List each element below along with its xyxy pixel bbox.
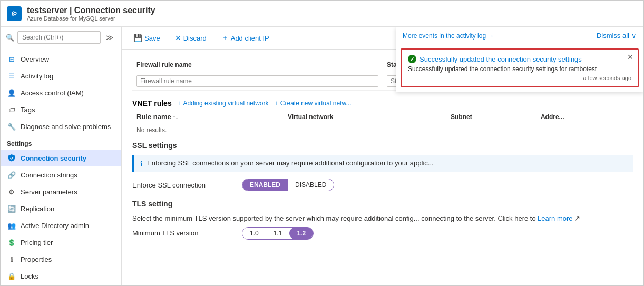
sidebar-item-label: Overview	[21, 55, 49, 63]
sidebar-item-label: Pricing tier	[21, 239, 53, 246]
sliders-icon: ⚙	[7, 187, 16, 196]
sidebar-item-replication[interactable]: 🔄 Replication	[1, 200, 121, 217]
dismiss-all-label: Dismiss all	[597, 32, 629, 40]
external-link-icon: ↗	[574, 214, 580, 222]
sidebar-item-tags[interactable]: 🏷 Tags	[1, 101, 121, 118]
sidebar-item-diagnose[interactable]: 🔧 Diagnose and solve problems	[1, 118, 121, 135]
notification-body: ✕ Successfully updated the connection se…	[401, 48, 639, 87]
sidebar-item-locks[interactable]: 🔒 Locks	[1, 268, 121, 284]
notification-timestamp: a few seconds ago	[408, 75, 631, 81]
vnet-table: Rule name ↑↓ Virtual network Subnet Addr…	[132, 111, 633, 137]
sidebar-item-label: Properties	[21, 255, 52, 263]
ssl-disabled-option[interactable]: DISABLED	[288, 179, 334, 191]
ssl-enforce-label: Enforce SSL connection	[132, 181, 238, 189]
notification-title-row: Successfully updated the connection secu…	[408, 55, 631, 63]
notification-message: Successfully updated the connection secu…	[408, 65, 631, 73]
link-icon: 🔗	[7, 170, 16, 180]
settings-section-label: Settings	[1, 135, 121, 150]
tls-option-1-2[interactable]: 1.2	[289, 228, 313, 239]
lock-icon: 🔒	[7, 271, 16, 281]
sidebar-item-connection-security[interactable]: Connection security	[1, 150, 121, 166]
notification-panel: More events in the activity log → Dismis…	[396, 27, 643, 92]
vnet-virtual-network-header: Virtual network	[284, 111, 446, 123]
vnet-rule-name-header: Rule name ↑↓	[132, 111, 284, 123]
dismiss-all-button[interactable]: Dismiss all ∨	[597, 32, 637, 40]
sidebar-item-properties[interactable]: ℹ Properties	[1, 251, 121, 268]
notification-close-button[interactable]: ✕	[627, 53, 633, 61]
save-label: Save	[144, 34, 160, 42]
person-add-icon: 👥	[7, 221, 16, 230]
discard-button[interactable]: ✕ Discard	[172, 32, 210, 44]
firewall-rule-name-input[interactable]	[136, 75, 378, 87]
vnet-label: VNET rules	[132, 99, 172, 107]
info-icon: ℹ	[7, 254, 16, 264]
sidebar-item-export-template[interactable]: 📤 Export template	[1, 284, 121, 285]
sidebar-item-label: Access control (IAM)	[21, 89, 84, 97]
save-button[interactable]: 💾 Save	[130, 32, 163, 44]
add-icon: ＋	[221, 33, 229, 43]
search-input[interactable]	[17, 31, 101, 44]
ssl-toggle-switch[interactable]: ENABLED DISABLED	[242, 179, 334, 191]
sidebar-item-label: Activity log	[21, 72, 53, 80]
shield-icon	[7, 153, 16, 163]
discard-label: Discard	[183, 34, 207, 42]
add-existing-vnet-link[interactable]: + Adding existing virtual network	[178, 100, 269, 107]
sidebar-item-label: Active Directory admin	[21, 222, 89, 230]
add-client-ip-label: Add client IP	[231, 34, 269, 42]
tls-toggle-group: Minimum TLS version 1.0 1.1 1.2	[132, 227, 633, 240]
sidebar-item-label: Connection strings	[21, 171, 77, 179]
pricing-icon: 💲	[7, 238, 16, 247]
ssl-enforce-toggle-group: Enforce SSL connection ENABLED DISABLED	[132, 179, 633, 191]
vnet-address-header: Addre...	[536, 111, 633, 123]
discard-icon: ✕	[175, 34, 181, 42]
tls-option-1-0[interactable]: 1.0	[242, 228, 266, 239]
sidebar-item-access-control[interactable]: 👤 Access control (IAM)	[1, 84, 121, 101]
sidebar-item-connection-strings[interactable]: 🔗 Connection strings	[1, 166, 121, 183]
success-icon	[408, 55, 416, 63]
sidebar-item-label: Connection security	[21, 154, 86, 162]
sidebar-item-activity-log[interactable]: ☰ Activity log	[1, 67, 121, 84]
sidebar-item-label: Locks	[21, 272, 38, 280]
title-bar: S testserver | Connection security Azure…	[1, 1, 643, 27]
refresh-icon: 🔄	[7, 204, 16, 213]
app-icon: S	[7, 6, 22, 21]
tls-version-options[interactable]: 1.0 1.1 1.2	[242, 227, 314, 240]
tls-section-heading: TLS setting	[132, 200, 633, 208]
tls-option-1-1[interactable]: 1.1	[266, 228, 290, 239]
sidebar-item-label: Replication	[21, 205, 54, 213]
sidebar-item-server-parameters[interactable]: ⚙ Server parameters	[1, 183, 121, 200]
learn-more-link[interactable]: Learn more	[538, 214, 572, 222]
page-title: testserver | Connection security	[27, 6, 155, 15]
activity-log-link[interactable]: More events in the activity log →	[403, 32, 494, 40]
sidebar-item-active-directory[interactable]: 👥 Active Directory admin	[1, 217, 121, 234]
content-area: 💾 Save ✕ Discard ＋ Add client IP	[122, 27, 643, 285]
ssl-section-heading: SSL settings	[132, 141, 633, 150]
no-results-text: No results.	[132, 123, 633, 137]
info-icon: ℹ	[140, 160, 143, 168]
sidebar-search-bar[interactable]: 🔍 ≫	[1, 27, 121, 48]
list-icon: ☰	[7, 71, 16, 81]
sidebar-item-label: Tags	[21, 106, 35, 114]
vnet-subnet-header: Subnet	[446, 111, 536, 123]
save-icon: 💾	[133, 34, 142, 42]
table-row: No results.	[132, 123, 633, 137]
home-icon: ⊞	[7, 54, 16, 64]
sidebar-item-pricing-tier[interactable]: 💲 Pricing tier	[1, 234, 121, 251]
ssl-info-text: Enforcing SSL connections on your server…	[147, 159, 434, 167]
notification-title: Successfully updated the connection secu…	[419, 55, 582, 63]
add-client-ip-button[interactable]: ＋ Add client IP	[218, 31, 272, 45]
tls-min-version-label: Minimum TLS version	[132, 229, 238, 237]
page-subtitle: Azure Database for MySQL server	[27, 15, 155, 22]
notification-header: More events in the activity log → Dismis…	[396, 27, 643, 44]
sidebar: 🔍 ≫ ⊞ Overview ☰ Activity log 👤 Access c…	[1, 27, 122, 285]
sidebar-item-overview[interactable]: ⊞ Overview	[1, 51, 121, 67]
sidebar-item-label: Server parameters	[21, 188, 77, 196]
ssl-enabled-option[interactable]: ENABLED	[242, 179, 288, 191]
create-new-vnet-link[interactable]: + Create new virtual netw...	[275, 100, 351, 107]
svg-text:S: S	[13, 9, 17, 17]
sort-icon: ↑↓	[173, 114, 178, 120]
title-text: testserver | Connection security Azure D…	[27, 6, 155, 22]
sidebar-collapse-button[interactable]: ≫	[104, 32, 116, 43]
ssl-info-banner: ℹ Enforcing SSL connections on your serv…	[132, 155, 633, 172]
sidebar-navigation: ⊞ Overview ☰ Activity log 👤 Access contr…	[1, 48, 121, 285]
